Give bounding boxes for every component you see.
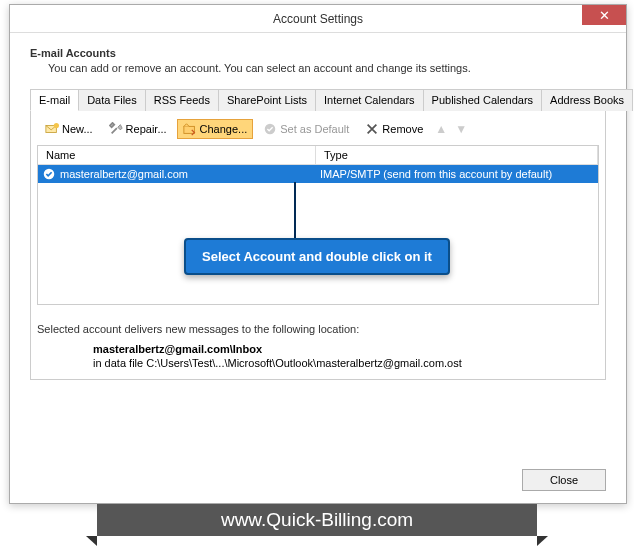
location-folder: masteralbertz@gmail.com\Inbox — [93, 343, 599, 355]
default-account-icon — [42, 167, 56, 181]
tab-email[interactable]: E-mail — [30, 89, 79, 111]
svg-point-1 — [54, 123, 59, 128]
account-row[interactable]: masteralbertz@gmail.com IMAP/SMTP (send … — [38, 165, 598, 183]
dialog-footer: Close — [522, 469, 606, 491]
location-intro: Selected account delivers new messages t… — [37, 323, 599, 335]
move-up-icon: ▲ — [433, 122, 449, 136]
close-icon: ✕ — [599, 8, 610, 23]
window-close-button[interactable]: ✕ — [582, 5, 626, 25]
repair-button[interactable]: Repair... — [103, 119, 173, 139]
tab-rss-feeds[interactable]: RSS Feeds — [145, 89, 219, 111]
section-description: You can add or remove an account. You ca… — [48, 62, 606, 74]
remove-label: Remove — [382, 123, 423, 135]
banner-text: www.Quick-Billing.com — [97, 504, 537, 536]
watermark-banner: www.Quick-Billing.com — [86, 504, 548, 544]
titlebar: Account Settings ✕ — [10, 5, 626, 33]
column-name[interactable]: Name — [38, 146, 316, 164]
callout-connector — [294, 182, 296, 240]
account-list: Name Type masteralbertz@gmail.com IMAP/S… — [37, 145, 599, 305]
toolbar: New... Repair... Change... Set as Defaul… — [37, 116, 599, 145]
set-default-label: Set as Default — [280, 123, 349, 135]
change-button[interactable]: Change... — [177, 119, 254, 139]
new-label: New... — [62, 123, 93, 135]
new-button[interactable]: New... — [39, 119, 99, 139]
banner-fold-left — [86, 536, 97, 546]
section-title: E-mail Accounts — [30, 47, 606, 59]
remove-button[interactable]: Remove — [359, 119, 429, 139]
tab-address-books[interactable]: Address Books — [541, 89, 633, 111]
account-settings-window: Account Settings ✕ E-mail Accounts You c… — [9, 4, 627, 504]
svg-rect-2 — [183, 126, 194, 133]
tab-data-files[interactable]: Data Files — [78, 89, 146, 111]
tab-published-calendars[interactable]: Published Calendars — [423, 89, 543, 111]
set-default-button: Set as Default — [257, 119, 355, 139]
column-type[interactable]: Type — [316, 146, 598, 164]
check-circle-icon — [263, 122, 277, 136]
envelope-new-icon — [45, 122, 59, 136]
tab-panel: New... Repair... Change... Set as Defaul… — [30, 109, 606, 380]
repair-label: Repair... — [126, 123, 167, 135]
row-type: IMAP/SMTP (send from this account by def… — [320, 168, 552, 180]
change-label: Change... — [200, 123, 248, 135]
folder-change-icon — [183, 122, 197, 136]
remove-x-icon — [365, 122, 379, 136]
close-button[interactable]: Close — [522, 469, 606, 491]
content-area: E-mail Accounts You can add or remove an… — [10, 33, 626, 390]
row-name: masteralbertz@gmail.com — [60, 168, 320, 180]
move-down-icon: ▼ — [453, 122, 469, 136]
location-path: in data file C:\Users\Test\...\Microsoft… — [93, 357, 599, 369]
banner-fold-right — [537, 536, 548, 546]
instruction-callout: Select Account and double click on it — [184, 238, 450, 275]
tab-sharepoint-lists[interactable]: SharePoint Lists — [218, 89, 316, 111]
tab-strip: E-mail Data Files RSS Feeds SharePoint L… — [30, 89, 606, 111]
tab-internet-calendars[interactable]: Internet Calendars — [315, 89, 424, 111]
window-title: Account Settings — [273, 12, 363, 26]
list-header: Name Type — [38, 146, 598, 165]
tools-icon — [109, 122, 123, 136]
